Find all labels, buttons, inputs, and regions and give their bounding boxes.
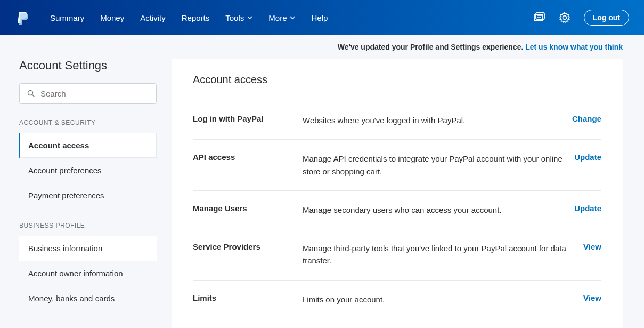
svg-point-5: [28, 91, 33, 95]
row-action-view[interactable]: View: [583, 293, 601, 302]
notice-bar: We've updated your Profile and Settings …: [0, 35, 644, 59]
sidebar-item-money-banks-cards[interactable]: Money, banks and cards: [19, 286, 157, 311]
setting-row-manage-users: Manage Users Manage secondary users who …: [193, 190, 601, 229]
section-label-business-profile: BUSINESS PROFILE: [19, 222, 157, 229]
section-label-account-security: ACCOUNT & SECURITY: [19, 119, 157, 126]
sidebar-item-account-preferences[interactable]: Account preferences: [19, 158, 157, 183]
main-panel: Account access Log in with PayPal Websit…: [172, 59, 623, 328]
row-desc: Manage API credentials to integrate your…: [303, 153, 574, 178]
setting-row-limits: Limits Limits on your account. View: [193, 280, 601, 318]
nav-reports[interactable]: Reports: [182, 13, 210, 22]
nav-activity[interactable]: Activity: [140, 13, 166, 22]
top-nav-header: Summary Money Activity Reports Tools Mor…: [0, 0, 644, 35]
nav-help[interactable]: Help: [311, 13, 328, 22]
nav-money[interactable]: Money: [100, 13, 124, 22]
gear-icon[interactable]: [558, 11, 571, 24]
search-icon: [27, 90, 35, 98]
svg-line-6: [32, 95, 35, 97]
primary-nav: Summary Money Activity Reports Tools Mor…: [50, 13, 533, 22]
sidebar-item-business-information[interactable]: Business information: [19, 236, 157, 261]
row-desc: Manage secondary users who can access yo…: [303, 204, 574, 216]
search-box[interactable]: [19, 83, 157, 104]
logout-button[interactable]: Log out: [584, 10, 629, 26]
search-input[interactable]: [40, 89, 149, 98]
nav-more[interactable]: More: [268, 13, 295, 22]
nav-tools-label: Tools: [225, 13, 244, 22]
sidebar-list-business-profile: Business information Account owner infor…: [19, 236, 157, 311]
nav-more-label: More: [268, 13, 287, 22]
row-action-change[interactable]: Change: [572, 114, 601, 123]
sidebar-item-account-owner-information[interactable]: Account owner information: [19, 261, 157, 286]
sidebar-title: Account Settings: [19, 59, 157, 73]
nav-summary[interactable]: Summary: [50, 13, 84, 22]
row-action-update[interactable]: Update: [574, 153, 601, 162]
messages-icon[interactable]: [533, 11, 545, 24]
chevron-down-icon: [247, 16, 252, 19]
setting-row-service-providers: Service Providers Manage third-party too…: [193, 229, 601, 280]
paypal-logo: [17, 11, 29, 25]
panel-title: Account access: [193, 74, 601, 86]
row-label: Limits: [193, 293, 303, 302]
row-label: Service Providers: [193, 242, 303, 251]
row-action-view[interactable]: View: [583, 242, 601, 251]
row-desc: Manage third-party tools that you've lin…: [303, 242, 583, 267]
notice-link[interactable]: Let us know what you think: [525, 43, 623, 51]
row-label: API access: [193, 153, 303, 162]
nav-tools[interactable]: Tools: [225, 13, 252, 22]
setting-row-login-with-paypal: Log in with PayPal Websites where you've…: [193, 101, 601, 139]
chevron-down-icon: [290, 16, 295, 19]
sidebar-item-payment-preferences[interactable]: Payment preferences: [19, 183, 157, 208]
header-actions: Log out: [533, 10, 629, 26]
svg-point-4: [563, 16, 566, 20]
row-label: Manage Users: [193, 204, 303, 213]
row-label: Log in with PayPal: [193, 114, 303, 123]
sidebar-item-account-access[interactable]: Account access: [19, 133, 157, 158]
notice-text: We've updated your Profile and Settings …: [338, 43, 525, 51]
sidebar-list-account-security: Account access Account preferences Payme…: [19, 133, 157, 208]
row-desc: Limits on your account.: [303, 293, 583, 306]
setting-row-api-access: API access Manage API credentials to int…: [193, 139, 601, 190]
row-action-update[interactable]: Update: [574, 204, 601, 213]
row-desc: Websites where you've logged in with Pay…: [303, 114, 572, 126]
sidebar: Account Settings ACCOUNT & SECURITY Acco…: [19, 59, 157, 325]
